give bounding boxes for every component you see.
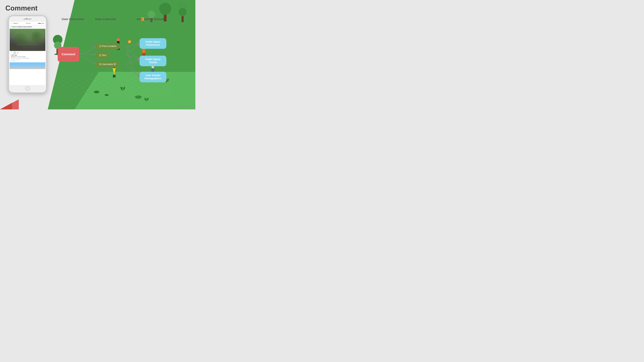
back-button[interactable]: ‹ — [11, 26, 12, 28]
user-icon: ◎ — [11, 59, 12, 60]
phone-mockup: ↑↑↑↑ Sketch ✈ 9:41 AM ■■■■ 100% ‹ Posts … — [8, 15, 47, 93]
col-header-user-interaction: User Interaction — [62, 17, 84, 21]
nav-title: Posts to Tompkins Square Refresh — [12, 26, 32, 27]
data-pill-text: 2) Text — [95, 52, 110, 59]
data-pill-post-location: 1) Post Location — [95, 43, 120, 49]
info-pill-public-space-trends: Public Space Trends — [140, 56, 166, 66]
comments-link[interactable]: See all 231 comments | See all hashtags — [11, 58, 44, 59]
comment-icon[interactable]: 💬 — [14, 52, 16, 54]
phone-nav-bar: ‹ Posts to Tompkins Square Refresh — [10, 25, 45, 29]
post-time: 6 hours ago — [11, 61, 44, 61]
battery-display: ■■■■ 100% — [38, 23, 44, 24]
grass-2 — [145, 98, 148, 101]
corner-decoration — [0, 99, 19, 109]
col-header-information-gained: Information Gained — [137, 17, 164, 21]
comment-action-box: Comment — [58, 47, 79, 62]
signal-strength: ↑↑↑↑ Sketch ✈ — [11, 23, 19, 24]
caption-text: this is dope #nicepark — [15, 56, 26, 57]
next-photo-preview — [10, 62, 45, 69]
flow-diagram: User Interaction Data Collected Informat… — [54, 17, 181, 95]
post-photo — [10, 29, 45, 51]
col-header-data-collected: Data Collected — [95, 17, 116, 21]
action-icons: ♡ 💬 ✈ — [11, 52, 44, 54]
phone-screen: ↑↑↑↑ Sketch ✈ 9:41 AM ■■■■ 100% ‹ Posts … — [10, 22, 45, 85]
caption-username: sarhmae — [11, 56, 15, 57]
phone-status-bar: ↑↑↑↑ Sketch ✈ 9:41 AM ■■■■ 100% — [10, 22, 45, 25]
phone-speaker — [24, 19, 32, 19]
post-content: ♡ 💬 ✈ 1 000 Likes sarhmae this is dope #… — [10, 51, 45, 62]
time-display: 9:41 AM — [26, 23, 30, 24]
post-caption: sarhmae this is dope #nicepark — [11, 56, 44, 57]
page-title: Comment — [5, 4, 38, 12]
ground-disc-3 — [135, 95, 142, 99]
footer-text: Edit Your Space | 38 — [177, 105, 193, 107]
data-pill-username: 3) Username ID — [95, 61, 120, 67]
info-pill-user-trends: User Trends/ Demographics — [140, 72, 166, 82]
add-comment-row[interactable]: ◎ Add a comment... — [11, 59, 44, 60]
info-pill-public-space-prefs: Public Space Preferences — [140, 38, 166, 49]
heart-icon[interactable]: ♡ — [11, 52, 12, 54]
likes-count: 1 000 Likes — [11, 54, 44, 56]
home-button[interactable] — [25, 86, 30, 91]
share-icon[interactable]: ✈ — [17, 52, 18, 54]
